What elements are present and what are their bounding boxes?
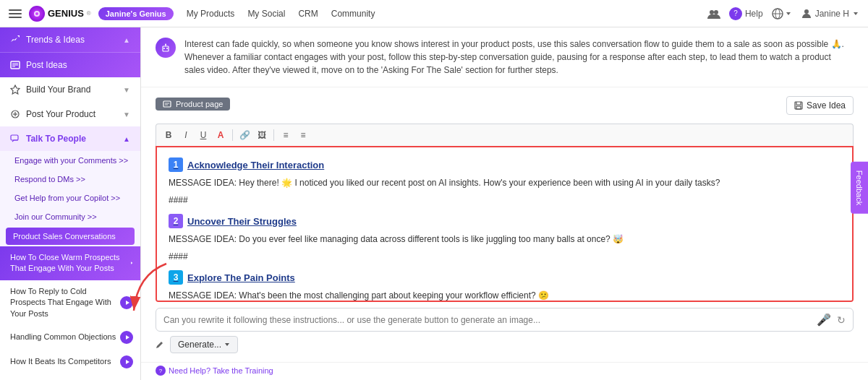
generate-label: Generate... <box>178 340 221 350</box>
italic-button[interactable]: I <box>178 127 194 143</box>
help-button[interactable]: ? Help <box>729 7 763 20</box>
save-idea-button[interactable]: Save Idea <box>786 96 854 115</box>
num-1: 1 <box>169 157 183 172</box>
sidebar-sub-engage-comments[interactable]: Engage with your Comments >> <box>0 151 140 170</box>
sidebar-sub-get-help[interactable]: Get Help from your Copilot >> <box>0 189 140 207</box>
badge-label: Product page <box>176 100 223 108</box>
heading-2-text: Uncover Their Struggles <box>187 216 297 227</box>
post-ideas-icon <box>10 60 20 70</box>
refresh-button[interactable]: ↻ <box>837 314 846 326</box>
heading-3-text: Explore The Pain Points <box>187 272 295 283</box>
need-help-link[interactable]: ? Need Help? Take the Training <box>156 366 854 376</box>
build-brand-icon <box>10 85 20 95</box>
svg-point-7 <box>804 9 809 14</box>
feedback-tab[interactable]: Feedback <box>851 162 868 214</box>
align-center-button[interactable]: ≡ <box>295 127 311 143</box>
section-1: 1 Acknowledge Their Interaction MESSAGE … <box>169 157 841 205</box>
hash-2: #### <box>169 251 841 262</box>
svg-point-2 <box>710 10 714 14</box>
generate-row: Generate... <box>156 336 854 353</box>
bottom-actions: 🎤 ↻ Generate... <box>156 308 854 353</box>
sidebar-talk-label: Talk To People <box>26 134 117 144</box>
need-help-section: ? Need Help? Take the Training <box>141 362 868 380</box>
save-idea-label: Save Idea <box>807 100 846 111</box>
svg-point-3 <box>714 10 718 14</box>
message-3-text: MESSAGE IDEA: What's been the most chall… <box>169 289 841 302</box>
sidebar-item-build-brand[interactable]: Build Your Brand ▼ <box>0 77 140 102</box>
sidebar: Trends & Ideas ▲ Post Ideas Build Your B… <box>0 27 141 380</box>
svg-rect-26 <box>163 101 171 107</box>
sidebar-sub-product-sales[interactable]: Product Sales Conversations <box>6 228 135 245</box>
trends-icon <box>10 35 20 45</box>
message-1-text: MESSAGE IDEA: Hey there! 🌟 I noticed you… <box>169 176 841 189</box>
sidebar-item-handling-objections[interactable]: Handling Common Objections <box>0 325 140 350</box>
generate-chevron <box>224 342 230 347</box>
editor-content[interactable]: 1 Acknowledge Their Interaction MESSAGE … <box>156 146 854 302</box>
trends-chevron: ▲ <box>123 36 130 44</box>
help-label: Help <box>745 9 763 19</box>
close-warm-label: How To Close Warm Prospects That Engage … <box>10 252 130 275</box>
hash-1: #### <box>169 195 841 205</box>
generate-button[interactable]: Generate... <box>170 336 238 353</box>
sidebar-item-close-warm[interactable]: How To Close Warm Prospects That Engage … <box>0 246 140 280</box>
svg-point-1 <box>35 12 38 15</box>
sidebar-item-trends[interactable]: Trends & Ideas ▲ <box>0 27 140 52</box>
editor-toolbar: B I U A 🔗 🖼 ≡ ≡ <box>156 124 854 146</box>
reply-cold-label: How To Reply to Cold Prospects That Enga… <box>10 286 120 319</box>
align-left-button[interactable]: ≡ <box>278 127 294 143</box>
globe-button[interactable] <box>772 8 792 20</box>
beats-competitors-label: How It Beats Its Competitors <box>10 356 120 367</box>
sidebar-item-post-ideas[interactable]: Post Ideas <box>0 52 140 77</box>
sidebar-sub-respond-dms[interactable]: Respond to DMs >> <box>0 170 140 189</box>
talk-icon <box>10 134 20 144</box>
sidebar-item-beats-competitors[interactable]: How It Beats Its Competitors <box>0 350 140 374</box>
reply-cold-play[interactable] <box>120 296 133 309</box>
sidebar-item-post-product[interactable]: Post Your Product ▼ <box>0 102 140 126</box>
sidebar-item-talk-to-people[interactable]: Talk To People ▲ <box>0 126 140 151</box>
post-product-chevron: ▼ <box>123 111 130 118</box>
build-brand-chevron: ▼ <box>123 86 130 94</box>
font-color-button[interactable]: A <box>213 127 229 143</box>
svg-rect-16 <box>11 135 18 140</box>
sidebar-post-ideas-label: Post Ideas <box>26 60 130 70</box>
image-button[interactable]: 🖼 <box>254 127 270 143</box>
close-warm-arrow <box>130 260 133 266</box>
section-3: 3 Explore The Pain Points MESSAGE IDEA: … <box>169 270 841 302</box>
handling-objections-label: Handling Common Objections <box>10 332 120 342</box>
bold-button[interactable]: B <box>161 127 176 143</box>
svg-marker-19 <box>126 360 129 364</box>
section-2: 2 Uncover Their Struggles MESSAGE IDEA: … <box>169 214 841 262</box>
underline-button[interactable]: U <box>195 127 211 143</box>
user-button[interactable]: Janine H <box>801 8 859 20</box>
nav-crm[interactable]: CRM <box>298 9 318 19</box>
nav-my-social[interactable]: My Social <box>247 9 285 19</box>
nav-my-products[interactable]: My Products <box>187 9 235 19</box>
main-nav: My Products My Social CRM Community <box>187 9 375 19</box>
link-button[interactable]: 🔗 <box>237 127 252 143</box>
pencil-icon <box>156 340 164 349</box>
talk-chevron: ▲ <box>123 135 130 143</box>
nav-community[interactable]: Community <box>331 9 375 19</box>
badge-icon <box>163 100 171 108</box>
product-page-badge[interactable]: Product page <box>156 98 230 111</box>
svg-marker-8 <box>17 35 20 38</box>
mic-button[interactable]: 🎤 <box>817 313 831 327</box>
hamburger-menu[interactable] <box>9 7 22 20</box>
need-help-label: Need Help? Take the Training <box>169 366 273 375</box>
sidebar-item-logical-case[interactable]: The Logical Case <box>0 374 140 380</box>
janine-badge[interactable]: Janine's Genius <box>98 7 174 20</box>
svg-point-23 <box>166 48 168 49</box>
chat-input[interactable] <box>163 315 811 325</box>
section-1-heading: 1 Acknowledge Their Interaction <box>169 157 841 172</box>
need-help-icon: ? <box>156 366 166 376</box>
sidebar-item-reply-cold[interactable]: How To Reply to Cold Prospects That Enga… <box>0 280 140 325</box>
logo-sup: ® <box>87 10 91 17</box>
beats-play[interactable] <box>120 355 133 368</box>
message-2-text: MESSAGE IDEA: Do you ever feel like mana… <box>169 233 841 246</box>
intro-section: Interest can fade quickly, so when someo… <box>141 27 868 87</box>
header-right: ? Help Janine H <box>707 7 859 20</box>
logo-icon <box>29 6 45 22</box>
objections-play[interactable] <box>120 331 133 344</box>
svg-marker-18 <box>126 335 129 340</box>
sidebar-sub-join-community[interactable]: Join our Community >> <box>0 207 140 226</box>
